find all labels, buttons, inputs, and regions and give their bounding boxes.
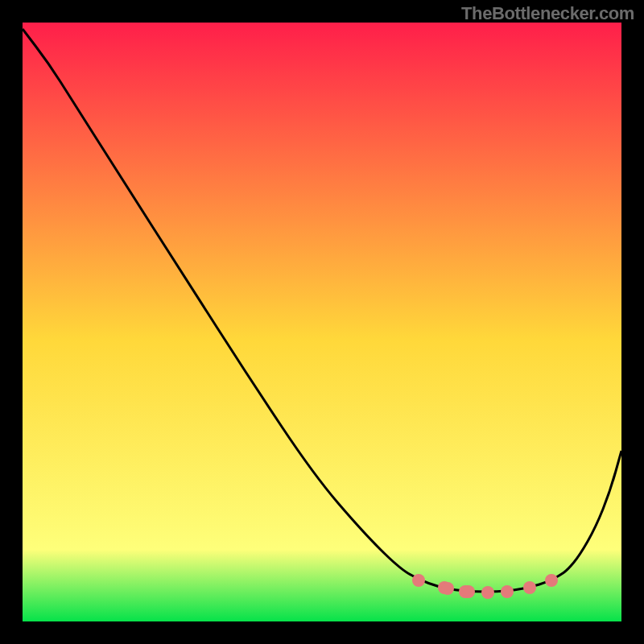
sweet-spot-marker bbox=[501, 585, 514, 598]
sweet-spot-marker bbox=[523, 581, 536, 594]
sweet-spot-marker bbox=[412, 574, 425, 587]
chart-canvas bbox=[23, 23, 621, 621]
attribution-text: TheBottlenecker.com bbox=[461, 3, 634, 24]
sweet-spot-marker bbox=[481, 586, 494, 599]
chart-svg bbox=[23, 23, 621, 621]
sweet-spot-marker bbox=[545, 574, 558, 587]
gradient-background bbox=[23, 23, 621, 621]
sweet-spot-marker bbox=[462, 585, 475, 598]
sweet-spot-marker bbox=[441, 582, 454, 595]
